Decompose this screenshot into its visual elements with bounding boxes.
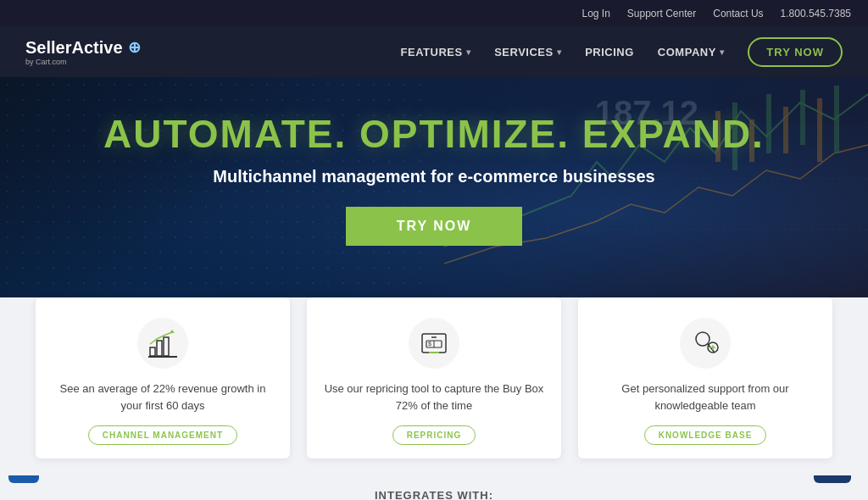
card-knowledge-icon bbox=[680, 318, 731, 369]
svg-rect-6 bbox=[817, 98, 822, 162]
chevron-down-icon: ▾ bbox=[720, 47, 725, 57]
support-icon bbox=[691, 329, 720, 358]
nav-services[interactable]: SERVICES ▾ bbox=[494, 46, 561, 58]
svg-rect-15 bbox=[148, 356, 177, 358]
nav-links: FEATURES ▾ SERVICES ▾ PRICING COMPANY ▾ … bbox=[401, 37, 843, 67]
card-repricing-icon: $ bbox=[409, 318, 459, 369]
svg-rect-11 bbox=[150, 347, 155, 356]
svg-marker-14 bbox=[170, 330, 175, 333]
nav-pricing[interactable]: PRICING bbox=[585, 46, 634, 58]
repricing-link[interactable]: REPRICING bbox=[392, 425, 476, 445]
svg-rect-12 bbox=[157, 341, 162, 356]
main-nav: SellerActive ⊕ by Cart.com FEATURES ▾ SE… bbox=[0, 26, 868, 77]
knowledge-base-link[interactable]: KNOWLEDGE BASE bbox=[644, 425, 767, 445]
feature-cards: See an average of 22% revenue growth in … bbox=[0, 297, 868, 475]
card-channel-text: See an average of 22% revenue growth in … bbox=[53, 381, 273, 414]
nav-try-now-button[interactable]: TRY NOW bbox=[748, 37, 843, 67]
card-repricing: $ Use our repricing tool to capture the … bbox=[307, 297, 561, 458]
hero-cta-button[interactable]: TRY NOW bbox=[346, 207, 523, 246]
contact-link[interactable]: Contact Us bbox=[713, 8, 763, 19]
nav-company[interactable]: COMPANY ▾ bbox=[658, 46, 724, 58]
top-bar: Log In Support Center Contact Us 1.800.5… bbox=[0, 0, 868, 26]
logo-area: SellerActive ⊕ by Cart.com bbox=[25, 38, 141, 66]
svg-rect-7 bbox=[834, 86, 839, 153]
card-repricing-text: Use our repricing tool to capture the Bu… bbox=[324, 381, 544, 414]
svg-rect-3 bbox=[766, 94, 771, 153]
logo-icon: ⊕ bbox=[128, 38, 141, 57]
nav-features[interactable]: FEATURES ▾ bbox=[401, 46, 471, 58]
chart-icon bbox=[148, 329, 177, 358]
chevron-down-icon: ▾ bbox=[557, 47, 562, 57]
svg-rect-4 bbox=[783, 107, 788, 153]
card-knowledge-text: Get personalized support from our knowle… bbox=[595, 381, 815, 414]
logo: SellerActive ⊕ bbox=[25, 38, 141, 58]
integrations-label: INTEGRATES WITH: bbox=[25, 489, 843, 500]
svg-rect-5 bbox=[800, 90, 805, 145]
card-channel: See an average of 22% revenue growth in … bbox=[36, 297, 290, 458]
hero-headline: AUTOMATE. OPTIMIZE. EXPAND. bbox=[103, 111, 765, 157]
svg-point-22 bbox=[696, 332, 709, 346]
card-knowledge: Get personalized support from our knowle… bbox=[578, 297, 832, 458]
svg-text:$: $ bbox=[428, 341, 431, 347]
channel-management-link[interactable]: CHANNEL MANAGEMENT bbox=[88, 425, 237, 445]
login-link[interactable]: Log In bbox=[581, 8, 609, 19]
atm-icon: $ bbox=[420, 329, 448, 358]
hero-subheadline: Multichannel management for e-commerce b… bbox=[213, 167, 654, 186]
svg-rect-13 bbox=[164, 337, 169, 356]
phone-number: 1.800.545.7385 bbox=[781, 8, 851, 19]
logo-wordmark: SellerActive bbox=[25, 38, 123, 58]
support-link[interactable]: Support Center bbox=[627, 8, 696, 19]
logo-sub: by Cart.com bbox=[25, 58, 141, 66]
integrations-section: INTEGRATES WITH: amazon Walmart ✳ ebay 🛍… bbox=[0, 475, 868, 500]
card-chart-icon bbox=[137, 318, 188, 369]
chevron-down-icon: ▾ bbox=[466, 47, 471, 57]
